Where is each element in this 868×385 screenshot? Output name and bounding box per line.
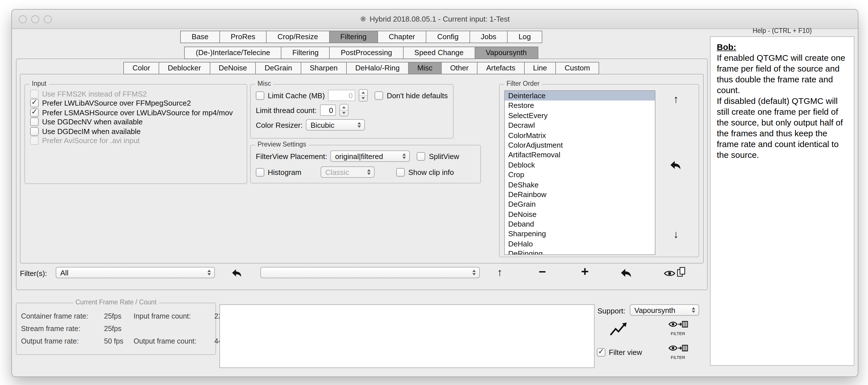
tab-chapter[interactable]: Chapter [377, 31, 427, 43]
filter-select-dropdown[interactable] [260, 267, 480, 278]
log-output[interactable] [219, 304, 595, 368]
tab-other[interactable]: Other [441, 62, 478, 74]
tab-color[interactable]: Color [123, 62, 159, 74]
tab-line[interactable]: Line [524, 62, 556, 74]
limit-thread-field[interactable]: 0 [320, 104, 336, 116]
tab-sharpen[interactable]: Sharpen [301, 62, 347, 74]
filter-order-item[interactable]: Deinterlace [505, 91, 655, 101]
decrement-button[interactable] [360, 96, 368, 101]
filter-order-item[interactable]: DeRainbow [505, 190, 655, 200]
filter-order-item[interactable]: ColorAdjustment [505, 140, 655, 150]
reset-filters-button[interactable] [619, 266, 634, 280]
use-dgdecim-checkbox[interactable] [30, 127, 39, 135]
prefer-avisource-label: Prefer AviSource for .avi input [42, 136, 140, 145]
prefer-lsmash-checkbox[interactable] [30, 108, 39, 117]
tab-config[interactable]: Config [426, 31, 470, 43]
filter-order-list[interactable]: Deinterlace Restore SelectEvery Decrawl … [504, 90, 655, 255]
filter-order-item[interactable]: SelectEvery [505, 111, 655, 121]
tab-filtering[interactable]: Filtering [329, 31, 378, 43]
tab-crop-resize[interactable]: Crop/Resize [266, 31, 330, 43]
prefer-avisource-checkbox[interactable] [30, 136, 39, 145]
tab-log[interactable]: Log [507, 31, 542, 43]
tab-de-interlace-telecine[interactable]: (De-)Interlace/Telecine [184, 46, 282, 59]
histogram-checkbox[interactable] [256, 168, 264, 176]
show-clip-info-label: Show clip info [408, 168, 454, 176]
filter-order-group: Filter Order Deinterlace Restore SelectE… [499, 84, 699, 257]
splitview-checkbox[interactable] [417, 152, 426, 161]
vfy-filter-preview-button[interactable]: FILTER [668, 319, 689, 337]
frame-row-label: Output frame rate: [21, 337, 104, 345]
filter-order-item[interactable]: Crop [505, 170, 655, 180]
help-paragraph: If enabled QTGMC will create one frame p… [717, 52, 847, 95]
increment-button[interactable] [340, 104, 348, 110]
filter-scope-dropdown[interactable]: All [56, 267, 215, 278]
filter-order-item[interactable]: Deband [505, 219, 655, 229]
copy-pages-icon [677, 267, 685, 277]
filter-order-item[interactable]: DeShake [505, 180, 655, 190]
tab-deblocker[interactable]: Deblocker [159, 62, 210, 74]
tab-postprocessing[interactable]: PostProcessing [330, 46, 404, 59]
line-chart-icon [609, 321, 629, 337]
order-move-down-button[interactable]: ↓ [669, 228, 683, 241]
order-reset-button[interactable] [669, 159, 683, 172]
tab-custom[interactable]: Custom [555, 62, 599, 74]
frame-row-label: Stream frame rate: [21, 325, 104, 333]
tab-base[interactable]: Base [180, 31, 220, 43]
frame-rate-chart-button[interactable] [608, 321, 630, 338]
tab-artefacts[interactable]: Artefacts [477, 62, 525, 74]
filter-order-item[interactable]: DeNoise [505, 209, 655, 219]
filter-order-item[interactable]: DeGrain [505, 200, 655, 210]
show-clip-info-checkbox[interactable] [397, 168, 405, 176]
frame-rate-group: Current Frame Rate / Count Container fra… [16, 303, 216, 355]
prefer-lwlibav-checkbox[interactable] [30, 99, 39, 107]
filter-order-item[interactable]: ColorMatrix [505, 130, 655, 140]
prefer-lwlibav-label: Prefer LWLibAVSource over FFMpegSource2 [42, 99, 191, 107]
filter-order-item[interactable]: ArtifactRemoval [505, 150, 655, 160]
filterview-placement-dropdown[interactable]: original|filtered [331, 150, 410, 162]
tab-misc[interactable]: Misc [408, 62, 441, 74]
use-dgdecnv-checkbox[interactable] [30, 117, 39, 126]
filter-order-item[interactable]: DeRinging [505, 249, 655, 255]
filter-order-item[interactable]: Deblock [505, 160, 655, 170]
limit-cache-checkbox[interactable] [256, 91, 264, 100]
increment-button[interactable] [360, 90, 368, 96]
support-dropdown[interactable]: Vapoursynth [630, 304, 699, 316]
tab-prores[interactable]: ProRes [219, 31, 267, 43]
tab-jobs[interactable]: Jobs [469, 31, 507, 43]
filter-view-checkbox[interactable] [597, 348, 606, 356]
color-resizer-dropdown[interactable]: Bicubic [306, 119, 365, 131]
tab-vapoursynth[interactable]: Vapoursynth [474, 46, 538, 59]
order-move-up-button[interactable]: ↑ [669, 93, 683, 106]
filter-order-item[interactable]: Decrawl [505, 120, 655, 130]
decrement-button[interactable] [340, 110, 348, 116]
filter-order-item[interactable]: Restore [505, 101, 655, 111]
misc-group: Misc Limit Cache (MB) 0 Don't hide defau… [250, 84, 454, 139]
tab-dehalo-ring[interactable]: DeHalo/-Ring [346, 62, 409, 74]
help-panel-title: Help - (CTRL + F10) [710, 27, 855, 34]
tab-degrain[interactable]: DeGrain [255, 62, 301, 74]
filter-order-item[interactable]: DeHalo [505, 239, 655, 249]
histogram-mode-dropdown[interactable]: Classic [321, 166, 375, 178]
filter-view-preview-button[interactable]: FILTER [668, 343, 689, 361]
dont-hide-defaults-checkbox[interactable] [375, 91, 383, 100]
use-ffms2k-checkbox[interactable] [30, 90, 39, 98]
add-filter-button[interactable]: + [578, 265, 592, 278]
limit-cache-field[interactable]: 0 [328, 90, 355, 101]
preview-filter-button[interactable] [663, 269, 676, 277]
help-paragraph: If disabled (default) QTGMC will still c… [717, 95, 847, 160]
move-filter-up-button[interactable]: ↑ [493, 266, 506, 279]
remove-filter-button[interactable]: − [535, 265, 549, 279]
tab-filtering-sub[interactable]: Filtering [281, 46, 330, 59]
tab-speed-change[interactable]: Speed Change [403, 46, 475, 59]
undo-filter-button[interactable] [230, 266, 244, 280]
titlebar: ❋ Hybrid 2018.08.05.1 - Current input: 1… [12, 10, 858, 29]
copy-script-button[interactable] [676, 266, 685, 278]
limit-cache-stepper [359, 89, 368, 102]
tab-denoise[interactable]: DeNoise [210, 62, 256, 74]
dropdown-chevrons-icon [689, 307, 697, 313]
histogram-label: Histogram [268, 168, 302, 176]
filter-order-item[interactable]: Sharpening [505, 229, 655, 239]
main-tab-bar: Base ProRes Crop/Resize Filtering Chapte… [12, 31, 711, 43]
limit-cache-label: Limit Cache (MB) [268, 91, 325, 100]
dropdown-chevrons-icon [365, 169, 373, 175]
